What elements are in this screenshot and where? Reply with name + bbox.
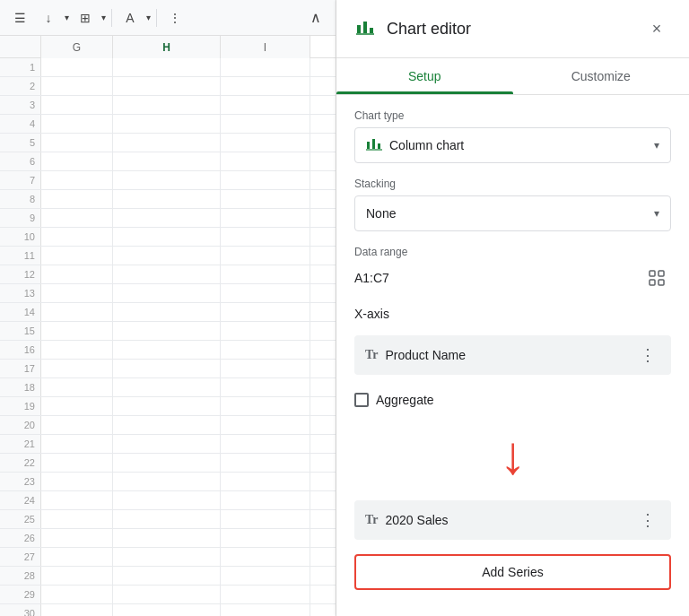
cell-h[interactable] — [113, 378, 221, 396]
table-row[interactable]: 5 — [0, 134, 336, 152]
cell-g[interactable] — [41, 586, 113, 603]
table-row[interactable]: 4 — [0, 115, 336, 134]
x-axis-item[interactable]: Tr Product Name ⋮ — [354, 335, 671, 375]
col-header-h[interactable]: H — [113, 36, 221, 58]
cell-h[interactable] — [113, 152, 221, 170]
text-color-icon[interactable]: A — [118, 5, 143, 30]
cell-i[interactable] — [221, 77, 310, 95]
cell-h[interactable] — [113, 134, 221, 152]
cell-g[interactable] — [41, 416, 113, 434]
close-button[interactable]: × — [642, 14, 671, 43]
cell-i[interactable] — [221, 96, 310, 114]
chart-type-dropdown[interactable]: Column chart ▾ — [354, 127, 671, 163]
cell-h[interactable] — [113, 397, 221, 415]
table-row[interactable]: 13 — [0, 284, 336, 303]
select-range-button[interactable] — [642, 264, 671, 292]
cell-i[interactable] — [221, 152, 310, 170]
cell-i[interactable] — [221, 115, 310, 133]
table-row[interactable]: 14 — [0, 303, 336, 322]
add-series-button[interactable]: Add Series — [354, 554, 671, 590]
cell-i[interactable] — [221, 510, 310, 528]
table-row[interactable]: 25 — [0, 510, 336, 529]
col-header-g[interactable]: G — [41, 36, 113, 58]
table-row[interactable]: 7 — [0, 171, 336, 190]
download-chevron-icon[interactable]: ▾ — [65, 13, 69, 22]
cell-g[interactable] — [41, 491, 113, 509]
x-axis-more-button[interactable]: ⋮ — [635, 343, 660, 368]
cell-g[interactable] — [41, 435, 113, 453]
table-row[interactable]: 3 — [0, 96, 336, 115]
cell-g[interactable] — [41, 397, 113, 415]
cell-h[interactable] — [113, 473, 221, 490]
more-options-icon[interactable]: ⋮ — [162, 5, 188, 30]
cell-i[interactable] — [221, 491, 310, 509]
cell-h[interactable] — [113, 77, 221, 95]
cell-g[interactable] — [41, 96, 113, 114]
cell-i[interactable] — [221, 454, 310, 472]
cell-g[interactable] — [41, 284, 113, 302]
table-row[interactable]: 24 — [0, 491, 336, 510]
cell-i[interactable] — [221, 548, 310, 566]
cell-h[interactable] — [113, 228, 221, 246]
table-row[interactable]: 21 — [0, 435, 336, 454]
table-row[interactable]: 8 — [0, 190, 336, 209]
series-more-button[interactable]: ⋮ — [635, 508, 660, 533]
table-row[interactable]: 19 — [0, 397, 336, 416]
cell-h[interactable] — [113, 341, 221, 359]
cell-i[interactable] — [221, 586, 310, 603]
cell-i[interactable] — [221, 567, 310, 585]
collapse-button[interactable]: ∧ — [303, 5, 328, 30]
cell-h[interactable] — [113, 322, 221, 340]
cell-h[interactable] — [113, 190, 221, 208]
cell-g[interactable] — [41, 58, 113, 76]
cell-h[interactable] — [113, 529, 221, 547]
cell-i[interactable] — [221, 360, 310, 377]
cell-i[interactable] — [221, 303, 310, 321]
cell-h[interactable] — [113, 510, 221, 528]
cell-g[interactable] — [41, 360, 113, 377]
cell-h[interactable] — [113, 265, 221, 283]
cell-g[interactable] — [41, 322, 113, 340]
cell-g[interactable] — [41, 341, 113, 359]
cell-g[interactable] — [41, 604, 113, 616]
cell-g[interactable] — [41, 209, 113, 227]
aggregate-checkbox[interactable] — [354, 393, 369, 407]
cell-i[interactable] — [221, 247, 310, 265]
cell-i[interactable] — [221, 473, 310, 490]
cell-h[interactable] — [113, 567, 221, 585]
cell-i[interactable] — [221, 322, 310, 340]
table-row[interactable]: 6 — [0, 152, 336, 171]
table-row[interactable]: 16 — [0, 341, 336, 360]
cell-h[interactable] — [113, 360, 221, 377]
cell-g[interactable] — [41, 247, 113, 265]
cell-h[interactable] — [113, 491, 221, 509]
cell-i[interactable] — [221, 134, 310, 152]
cell-i[interactable] — [221, 58, 310, 76]
cell-i[interactable] — [221, 529, 310, 547]
table-row[interactable]: 9 — [0, 209, 336, 228]
align-icon[interactable]: ☰ — [7, 5, 32, 30]
cell-i[interactable] — [221, 171, 310, 189]
table-row[interactable]: 30 — [0, 604, 336, 616]
cell-h[interactable] — [113, 548, 221, 566]
table-row[interactable]: 2 — [0, 77, 336, 96]
cell-g[interactable] — [41, 529, 113, 547]
cell-g[interactable] — [41, 190, 113, 208]
cell-g[interactable] — [41, 454, 113, 472]
cell-i[interactable] — [221, 378, 310, 396]
cell-g[interactable] — [41, 134, 113, 152]
cell-g[interactable] — [41, 567, 113, 585]
table-row[interactable]: 29 — [0, 586, 336, 604]
cell-h[interactable] — [113, 416, 221, 434]
stacking-dropdown[interactable]: None ▾ — [354, 195, 671, 231]
cell-h[interactable] — [113, 303, 221, 321]
cell-i[interactable] — [221, 209, 310, 227]
series-item[interactable]: Tr 2020 Sales ⋮ — [354, 500, 671, 540]
cell-h[interactable] — [113, 604, 221, 616]
cell-g[interactable] — [41, 265, 113, 283]
table-row[interactable]: 22 — [0, 454, 336, 473]
tab-setup[interactable]: Setup — [336, 58, 513, 94]
table-row[interactable]: 23 — [0, 473, 336, 491]
cell-h[interactable] — [113, 96, 221, 114]
cell-g[interactable] — [41, 303, 113, 321]
